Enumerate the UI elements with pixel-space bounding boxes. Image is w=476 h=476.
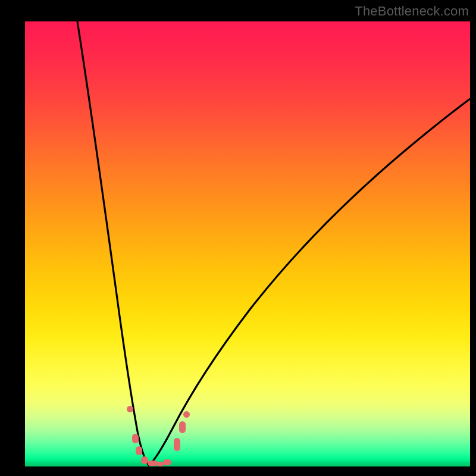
- curve-marker: [132, 434, 139, 443]
- curve-marker: [148, 461, 158, 466]
- curve-marker: [141, 456, 148, 464]
- curve-marker: [127, 406, 133, 412]
- curve-marker: [179, 421, 186, 433]
- curve-marker: [157, 462, 164, 466]
- watermark-label: TheBottleneck.com: [355, 4, 469, 19]
- curve-svg: [25, 21, 470, 466]
- chart-frame: TheBottleneck.com: [0, 0, 476, 476]
- curve-marker: [183, 411, 190, 418]
- curve-marker: [163, 459, 171, 465]
- plot-area: [25, 21, 470, 466]
- bottleneck-curve-left: [77, 21, 149, 465]
- curve-marker: [174, 438, 180, 451]
- curve-marker: [136, 446, 142, 455]
- bottleneck-curve-right: [149, 99, 470, 465]
